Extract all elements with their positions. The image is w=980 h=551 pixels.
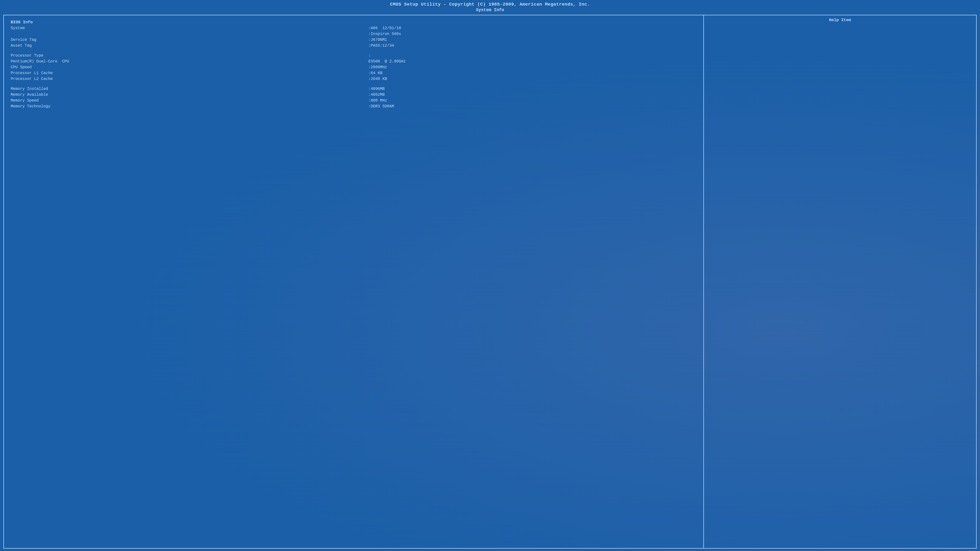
help-panel: Help Item xyxy=(704,15,976,548)
processor-type-value: : xyxy=(368,53,698,59)
system-model-row: :Inspiron 560s xyxy=(10,31,698,37)
memory-available-row: Memory Available :4062MB xyxy=(10,92,698,98)
cpu-speed-value: :2800MHz xyxy=(368,64,698,70)
bios-info-header-row: BIOS Info xyxy=(10,19,698,25)
processor-type-label: Processor Type xyxy=(10,53,368,59)
memory-available-label: Memory Available xyxy=(10,92,368,98)
spacer-2 xyxy=(10,82,698,86)
memory-available-value: :4062MB xyxy=(368,92,698,98)
bios-info-table: BIOS Info System :A06 12/01/10 :Inspiron… xyxy=(10,19,698,110)
proc-l1-cache-row: Processor L1 Cache :64 KB xyxy=(10,70,698,76)
service-tag-value: :J678NM1 xyxy=(368,37,698,43)
processor-model-row: Pentium(R) Dual-Core CPU E5500 @ 2.80GHz xyxy=(10,59,698,64)
main-area: BIOS Info System :A06 12/01/10 :Inspiron… xyxy=(3,15,977,549)
processor-model-value: E5500 @ 2.80GHz xyxy=(368,59,698,64)
service-tag-label: Service Tag xyxy=(10,37,368,43)
memory-installed-row: Memory Installed :4096MB xyxy=(10,86,698,92)
memory-technology-label: Memory Technology xyxy=(10,103,368,110)
proc-l1-cache-label: Processor L1 Cache xyxy=(10,70,368,76)
proc-l1-cache-value: :64 KB xyxy=(368,70,698,76)
proc-l2-cache-value: :2048 KB xyxy=(368,76,698,82)
spacer-1 xyxy=(10,49,698,53)
system-model-label xyxy=(10,31,368,37)
asset-tag-label: Asset Tag xyxy=(10,43,368,49)
memory-installed-value: :4096MB xyxy=(368,86,698,92)
cpu-speed-label: CPU Speed xyxy=(10,64,368,70)
processor-model-label: Pentium(R) Dual-Core CPU xyxy=(10,59,368,64)
memory-speed-value: :800 MHz xyxy=(368,98,698,103)
asset-tag-row: Asset Tag :PASS:12/34 xyxy=(10,43,698,49)
help-title: Help Item xyxy=(707,18,973,22)
bios-info-label: BIOS Info xyxy=(11,20,33,25)
memory-technology-value: :DDR3 SDRAM xyxy=(368,103,698,110)
content-panel: BIOS Info System :A06 12/01/10 :Inspiron… xyxy=(4,15,704,548)
memory-speed-label: Memory Speed xyxy=(10,98,368,103)
processor-type-row: Processor Type : xyxy=(10,53,698,59)
proc-l2-cache-label: Processor L2 Cache xyxy=(10,76,368,82)
header-bar: CMOS Setup Utility - Copyright (C) 1985-… xyxy=(0,0,980,13)
system-model-value: :Inspiron 560s xyxy=(368,31,698,37)
system-value: :A06 12/01/10 xyxy=(368,25,698,31)
system-row: System :A06 12/01/10 xyxy=(10,25,698,31)
memory-installed-label: Memory Installed xyxy=(10,86,368,92)
page-subtitle: System Info xyxy=(5,8,975,13)
memory-technology-row: Memory Technology :DDR3 SDRAM xyxy=(10,103,698,110)
asset-tag-value: :PASS:12/34 xyxy=(368,43,698,49)
service-tag-row: Service Tag :J678NM1 xyxy=(10,37,698,43)
bios-screen: CMOS Setup Utility - Copyright (C) 1985-… xyxy=(0,0,980,551)
proc-l2-cache-row: Processor L2 Cache :2048 KB xyxy=(10,76,698,82)
memory-speed-row: Memory Speed :800 MHz xyxy=(10,98,698,103)
cpu-speed-row: CPU Speed :2800MHz xyxy=(10,64,698,70)
main-title: CMOS Setup Utility - Copyright (C) 1985-… xyxy=(5,2,975,7)
system-label: System xyxy=(10,25,368,31)
